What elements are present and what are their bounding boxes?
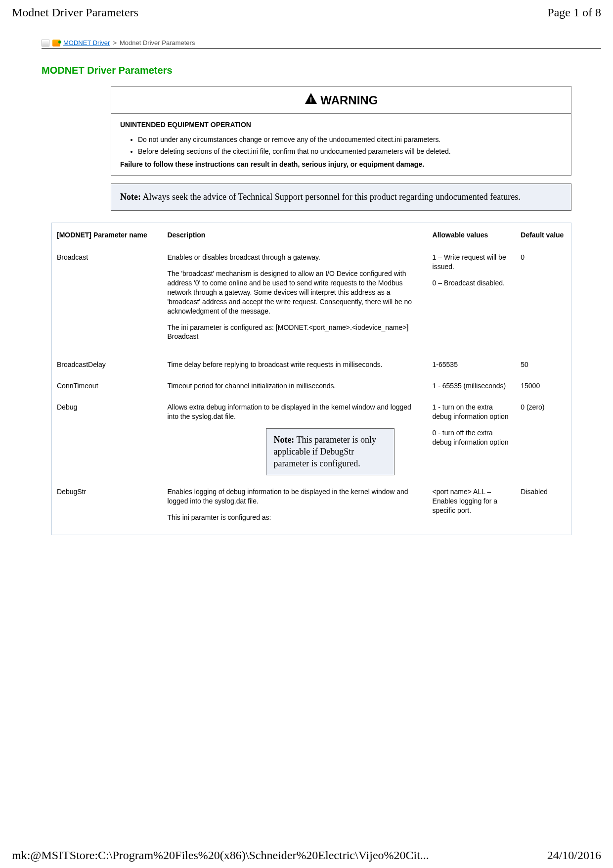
warning-header-text: WARNING [320,93,378,107]
warning-box: ! WARNING UNINTENDED EQUIPMENT OPERATION… [111,86,571,176]
note-box: Note: Always seek the advice of Technica… [111,183,571,211]
breadcrumb-current: Modnet Driver Parameters [120,39,195,46]
page-title: MODNET Driver Parameters [42,65,571,76]
breadcrumb: MODNET Driver > Modnet Driver Parameters [12,39,601,46]
param-name: DebugStr [52,481,162,535]
note-label: Note: [120,192,141,202]
param-default: 50 [516,354,571,375]
svg-text:!: ! [309,95,312,104]
warning-triangle-icon: ! [305,92,317,107]
param-desc: Timeout period for channel initializatio… [162,375,427,397]
param-default: 0 [516,247,571,354]
param-desc: Allows extra debug information to be dis… [167,403,422,421]
inner-note-box: Note: This parameter is only applicable … [266,428,394,475]
page-number: Page 1 of 8 [547,6,601,19]
param-allowable: 1 - 65535 (milliseconds) [428,375,516,397]
divider [42,48,601,49]
param-default: Disabled [516,481,571,535]
inner-note-label: Note: [273,435,294,445]
param-allowable: 1-65535 [428,354,516,375]
param-allowable: 0 - turn off the extra debug information… [433,428,511,447]
warning-subheading: UNINTENDED EQUIPMENT OPERATION [120,121,562,129]
parameters-table: [MODNET] Parameter name Description Allo… [52,223,571,535]
breadcrumb-link-modnet-driver[interactable]: MODNET Driver [63,39,110,46]
param-name: Broadcast [52,247,162,354]
col-header-allowable: Allowable values [428,223,516,247]
page-icon [42,40,49,46]
page-header-title: Modnet Driver Parameters [12,6,138,19]
param-default: 0 (zero) [516,397,571,481]
param-default: 15000 [516,375,571,397]
footer-date: 24/10/2016 [547,849,601,862]
param-name: BroadcastDelay [52,354,162,375]
warning-bullet: Do not under any circumstances change or… [138,136,562,143]
param-desc: Time delay before replying to broadcast … [162,354,427,375]
param-desc: Enables logging of debug information to … [167,487,422,506]
warning-failure-text: Failure to follow these instructions can… [120,160,562,168]
param-desc: Enables or disables broadcast through a … [167,253,422,262]
param-allowable: 1 – Write request will be issued. [433,253,511,272]
col-header-name: [MODNET] Parameter name [52,223,162,247]
param-allowable: 1 - turn on the extra debug information … [433,403,511,421]
book-icon [52,40,60,46]
param-desc: This ini paramter is configured as: [167,513,422,522]
footer-path: mk:@MSITStore:C:\Program%20Files%20(x86)… [12,849,429,862]
col-header-default: Default value [516,223,571,247]
note-text: Always seek the advice of Technical Supp… [141,192,521,202]
param-desc: The 'broadcast' mechanism is designed to… [167,269,422,316]
col-header-description: Description [162,223,427,247]
param-allowable: 0 – Broadcast disabled. [433,278,511,288]
param-name: ConnTimeout [52,375,162,397]
param-allowable: <port name> ALL – Enables logging for a … [428,481,516,535]
breadcrumb-separator: > [113,39,117,46]
param-name: Debug [52,397,162,481]
warning-bullet: Before deleting sections of the citect.i… [138,147,562,155]
param-desc: The ini parameter is configured as: [MOD… [167,323,422,342]
